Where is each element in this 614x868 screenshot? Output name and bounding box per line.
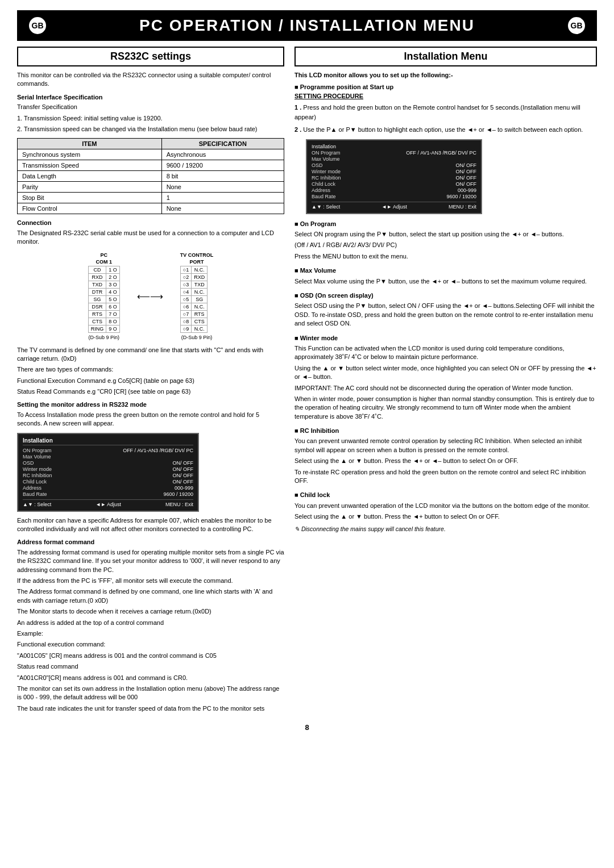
badge-left: GB [29,17,46,34]
screen-row: Baud Rate9600 / 19200 [23,491,193,497]
subsection-para: Select OSD using the P▼ button, select O… [294,302,597,328]
right-section-title: Installation Menu [294,47,597,66]
connector-diagram: PC COM 1 CD1 ORXD2 OTXD3 ODTR4 OSG5 ODSR… [17,252,284,340]
screen-row-label: Baud Rate [312,194,336,199]
left-intro: This monitor can be controlled via the R… [17,71,284,89]
screen-row-label: Child Lock [312,181,335,187]
address-para: If the address from the PC is 'FFF', all… [17,577,284,585]
connector-cell: CD [88,266,106,273]
screen-row-label: Address [23,485,42,491]
step-num: 1 . [294,104,303,111]
screen-row: Baud Rate9600 / 19200 [312,194,476,199]
spec-cell: Stop Bit [18,193,162,203]
badge-right: GB [568,17,585,34]
screen-row: OSDON/ OFF [312,162,476,168]
screen-row-val: OFF / AV1-AN3 /RGB/ DVI/ PC [123,448,193,453]
subsection-para: This Function can be activated when the … [294,344,597,362]
connector-cell: DTR [88,288,106,295]
connector-cell: ○8 [180,318,191,325]
step-item: 2 . Use the P▲ or P▼ button to highlight… [294,125,597,135]
screen-row-label: Baud Rate [23,491,47,497]
dsub-right: (D-Sub 9 Pin) [180,335,214,340]
connector-cell: 4 O [106,288,120,295]
screen-row: Address000-999 [312,187,476,193]
spec-cell: Flow Control [18,203,162,214]
right-steps: 1 . Press and hold the green button on t… [294,103,597,135]
spec-cell: None [161,182,284,193]
tv-label: TV CONTROL [180,252,214,258]
serial-spec-item-1: 1. Transmission Speed: initial setting v… [17,114,284,123]
screen-row-val: 9600 / 19200 [446,194,476,199]
address-para: "A001C05" [CR] means address is 001 and … [17,652,284,660]
screen-row: ON ProgramOFF / AV1-AN3 /RGB/ DVI/ PC [312,150,476,156]
address-para: The baud rate indicates the unit for tra… [17,704,284,713]
right-subsections: ■ On ProgramSelect ON program using the … [294,220,597,521]
subsection-para: You can prevent unwanted remote control … [294,437,597,454]
screen-footer-item: ▲▼ : Select [312,204,340,210]
connector-cell: ○6 [180,303,191,310]
right-column: Installation Menu This LCD monitor allow… [294,47,597,535]
screen-row: Winter modeON/ OFF [23,466,193,472]
address-para: The addressing format command is used fo… [17,548,284,574]
connector-cell: 6 O [106,303,120,310]
page: GB PC OPERATION / INSTALLATION MENU GB R… [0,0,614,868]
right-subsection: ■ OSD (On screen display)Select OSD usin… [294,291,597,328]
screen-row-label: OSD [312,162,323,168]
connector-cell: RXD [192,273,208,281]
command-text-line: There are two types of commands: [17,365,284,374]
subsection-para: To re-instate RC operation press and hol… [294,468,597,486]
subsection-para: (Off / AV1 / RGB/ AV2/ AV3/ DVI/ PC) [294,241,597,249]
spec-cell: 9600 / 19200 [161,160,284,171]
address-para: The Monitor starts to decode when it rec… [17,607,284,616]
screen-row-label: OSD [23,460,34,466]
subsection-para: Select using the ▲ or ▼ button. Press th… [294,457,597,465]
address-para: An address is added at the top of a cont… [17,619,284,627]
connector-cell: CTS [88,318,106,325]
connector-cell: 7 O [106,310,120,318]
right-intro: This LCD monitor allows you to set up th… [294,71,597,80]
rs232-mode-heading: Setting the monitor address in RS232 mod… [17,400,284,409]
screen-row-val: 000-999 [175,485,193,491]
serial-spec-heading: Serial Interface Specification [17,93,284,102]
screen-row-label: RC Inhibition [312,175,341,181]
screen-row: OSDON/ OFF [23,460,193,466]
connector-cell: N.C. [192,288,208,295]
command-text-line: Status Read Commands e.g "CR0 [CR] (see … [17,387,284,396]
spec-cell: Transmission Speed [18,160,162,171]
serial-spec-sub: Transfer Specification [17,103,284,111]
address-para: Example: [17,629,284,638]
subsection-title: ■ OSD (On screen display) [294,291,597,300]
pc-label: PC [88,252,120,258]
right-note: ✎ Disconnecting the mains suppy will can… [294,525,597,533]
screen-row-label: Max Volume [312,156,340,162]
spec-cell: 8 bit [161,171,284,182]
left-column: RS232C settings This monitor can be cont… [17,47,284,715]
rs232-mode-text: To Access Installation mode press the gr… [17,411,284,428]
connector-cell: CTS [192,318,208,325]
right-subsection: ■ Winter modeThis Function can be activa… [294,334,597,422]
connector-cell: ○1 [180,266,191,273]
setting-procedure-label: SETTING PROCEDURE [294,92,597,101]
screen-row-label: Winter mode [312,169,341,174]
screen-row-label: ON Program [23,448,52,453]
screen-row-val: 9600 / 19200 [163,491,193,497]
connector-cell: TXD [88,281,106,288]
spec-col-spec: SPECIFICATION [161,139,284,149]
connector-cell: 9 O [106,325,120,332]
com-label: COM 1 [88,259,120,265]
right-screen-footer: ▲▼ : Select◄► AdjustMENU : Exit [312,202,476,210]
programme-heading-label: ■ Programme position at Start up [294,83,597,91]
step-text: Use the P▲ or P▼ button to highlight eac… [303,126,583,133]
subsection-title: ■ Child lock [294,491,597,499]
connector-cell: N.C. [192,325,208,332]
spec-cell: Asynchronous [161,149,284,160]
left-installation-screen: Installation ON ProgramOFF / AV1-AN3 /RG… [17,433,199,512]
connector-cell: N.C. [192,266,208,273]
command-text-line: Functional Execution Command e.g Co5[CR]… [17,377,284,385]
connector-cell: 5 O [106,295,120,303]
address-para: The Address format command is defined by… [17,587,284,605]
screen-row: Child LockON/ OFF [23,479,193,485]
connector-cell: SG [192,295,208,303]
tv-connector-table: ○1N.C.○2RXD○3TXD○4N.C.○5SG○6N.C.○7RTS○8C… [180,266,208,333]
screen-row-val: ON/ OFF [173,473,194,478]
